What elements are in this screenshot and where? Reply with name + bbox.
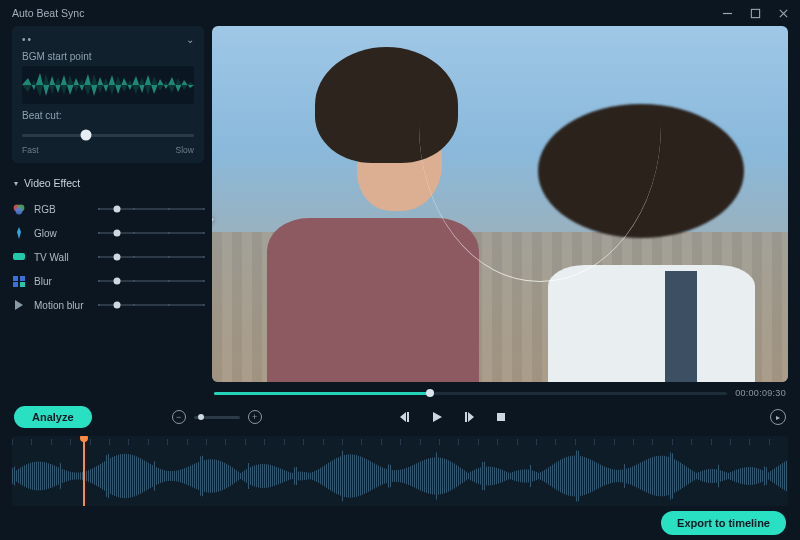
analyze-button[interactable]: Analyze [14, 406, 92, 428]
svg-rect-76 [122, 454, 123, 498]
svg-rect-392 [754, 468, 755, 485]
svg-rect-184 [338, 457, 339, 495]
svg-rect-8 [13, 253, 25, 260]
svg-rect-363 [696, 473, 697, 479]
svg-rect-43 [56, 466, 57, 485]
svg-rect-264 [498, 469, 499, 484]
svg-rect-344 [658, 456, 659, 496]
svg-rect-145 [260, 464, 261, 488]
svg-rect-196 [362, 457, 363, 495]
svg-rect-1 [751, 9, 759, 17]
svg-rect-249 [468, 473, 469, 479]
svg-marker-14 [400, 412, 406, 422]
svg-rect-59 [88, 470, 89, 482]
svg-rect-128 [226, 464, 227, 489]
stop-button[interactable] [494, 410, 508, 424]
svg-rect-168 [306, 472, 307, 480]
effect-row: Glow [12, 221, 204, 245]
svg-rect-48 [66, 471, 67, 482]
zoom-out-button[interactable]: − [172, 410, 186, 424]
svg-rect-194 [358, 456, 359, 497]
svg-rect-246 [462, 469, 463, 483]
svg-rect-391 [752, 467, 753, 485]
svg-rect-206 [382, 467, 383, 484]
beatcut-min-label: Fast [22, 145, 39, 155]
svg-rect-110 [190, 466, 191, 487]
svg-rect-248 [466, 472, 467, 481]
svg-rect-231 [432, 458, 433, 495]
svg-rect-45 [60, 463, 61, 489]
zoom-in-button[interactable]: + [248, 410, 262, 424]
effect-name: Blur [34, 276, 90, 287]
svg-rect-375 [720, 470, 721, 481]
svg-rect-404 [778, 466, 779, 487]
svg-rect-358 [686, 467, 687, 486]
svg-rect-220 [410, 466, 411, 486]
svg-rect-296 [562, 459, 563, 494]
svg-rect-218 [406, 468, 407, 484]
svg-rect-98 [166, 471, 167, 482]
beatcut-slider[interactable] [22, 127, 194, 143]
effect-slider[interactable] [98, 251, 204, 263]
minimize-button[interactable] [718, 4, 736, 22]
svg-rect-318 [606, 467, 607, 484]
video-preview[interactable] [212, 26, 788, 382]
svg-rect-193 [356, 455, 357, 497]
playback-speed-button[interactable]: ▸ [770, 409, 786, 425]
svg-rect-175 [320, 468, 321, 484]
svg-rect-103 [176, 471, 177, 482]
effect-slider[interactable] [98, 275, 204, 287]
svg-rect-333 [636, 465, 637, 488]
effect-name: RGB [34, 204, 90, 215]
svg-rect-29 [28, 463, 29, 488]
svg-rect-70 [110, 458, 111, 494]
svg-rect-384 [738, 469, 739, 483]
bgm-waveform[interactable] [22, 66, 194, 104]
export-button[interactable]: Export to timeline [661, 511, 786, 535]
effect-slider[interactable] [98, 227, 204, 239]
svg-rect-354 [678, 461, 679, 490]
effect-slider[interactable] [98, 203, 204, 215]
svg-rect-312 [594, 461, 595, 490]
svg-rect-86 [142, 459, 143, 492]
maximize-button[interactable] [746, 4, 764, 22]
scrub-bar: 00:00:09:30 [212, 386, 788, 400]
timeline[interactable] [12, 436, 788, 506]
footer: Export to timeline [0, 506, 800, 540]
svg-rect-122 [214, 459, 215, 492]
svg-rect-150 [270, 465, 271, 487]
chevron-down-icon[interactable]: ⌄ [186, 34, 194, 45]
svg-rect-254 [478, 468, 479, 484]
svg-rect-339 [648, 459, 649, 494]
svg-rect-316 [602, 466, 603, 487]
svg-rect-64 [98, 465, 99, 487]
svg-rect-121 [212, 459, 213, 492]
section-title: Video Effect [24, 177, 80, 189]
svg-rect-373 [716, 469, 717, 482]
timeline-playhead[interactable] [83, 436, 85, 506]
play-button[interactable] [430, 410, 444, 424]
svg-rect-203 [376, 465, 377, 488]
more-icon[interactable]: •• [22, 34, 33, 45]
svg-rect-232 [434, 457, 435, 494]
effect-slider[interactable] [98, 299, 204, 311]
svg-rect-66 [102, 463, 103, 490]
svg-rect-169 [308, 473, 309, 480]
effect-row: Blur [12, 269, 204, 293]
window-controls [718, 4, 792, 22]
svg-rect-191 [352, 455, 353, 498]
svg-rect-37 [44, 462, 45, 490]
prev-frame-button[interactable] [398, 410, 412, 424]
svg-rect-94 [158, 468, 159, 484]
preview-pane: 00:00:09:30 [212, 26, 788, 400]
scrub-track[interactable] [214, 392, 727, 395]
svg-rect-308 [586, 458, 587, 495]
video-effect-header[interactable]: ▾ Video Effect [14, 177, 204, 189]
svg-rect-221 [412, 465, 413, 486]
svg-rect-299 [568, 456, 569, 495]
svg-rect-38 [46, 463, 47, 490]
next-frame-button[interactable] [462, 410, 476, 424]
zoom-slider[interactable] [194, 416, 240, 419]
close-button[interactable] [774, 4, 792, 22]
svg-rect-81 [132, 455, 133, 497]
